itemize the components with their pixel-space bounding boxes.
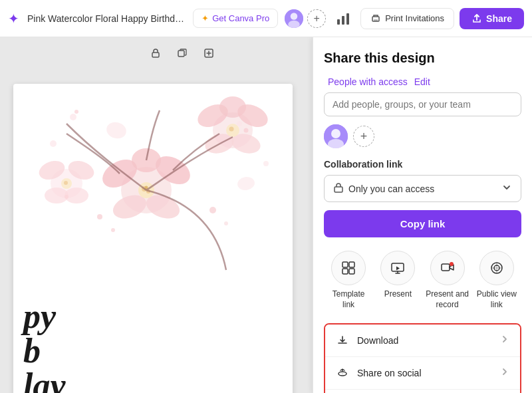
add-collaborator-button[interactable]: + [307, 9, 326, 28]
svg-point-59 [450, 262, 454, 266]
svg-rect-55 [342, 269, 348, 274]
svg-point-38 [237, 121, 242, 126]
svg-point-40 [50, 140, 57, 147]
present-icon [380, 251, 415, 285]
svg-rect-53 [342, 262, 348, 267]
lock-icon [334, 182, 343, 195]
present-label: Present [384, 289, 412, 300]
chevron-right-icon-2 [500, 367, 509, 379]
chevron-right-icon [500, 334, 509, 346]
svg-point-50 [331, 129, 340, 138]
template-link-option[interactable]: Template link [325, 251, 372, 310]
copy-link-button[interactable]: Copy link [324, 210, 521, 237]
svg-point-39 [244, 128, 249, 133]
people-with-access-label: People with access Edit [324, 76, 521, 87]
svg-point-37 [74, 110, 78, 114]
svg-point-1 [291, 13, 298, 20]
share-social-label: Share on social [357, 368, 422, 378]
svg-point-2 [288, 20, 300, 28]
svg-point-47 [104, 120, 128, 141]
svg-rect-3 [337, 19, 340, 25]
present-option[interactable]: Present [374, 251, 421, 300]
edit-access-button[interactable]: Edit [414, 76, 430, 87]
action-list: Download Share on social [324, 323, 521, 393]
svg-point-33 [65, 188, 88, 203]
birthday-text: py b lay [23, 299, 66, 393]
access-row: + [324, 124, 521, 148]
print-invitations-button[interactable]: Print Invitations [360, 8, 454, 29]
duplicate-button[interactable] [172, 43, 193, 64]
svg-point-42 [97, 214, 102, 219]
invite-collaborator-button[interactable]: + [353, 126, 374, 147]
svg-point-46 [65, 195, 68, 199]
svg-rect-54 [349, 262, 354, 267]
share-panel-title: Share this design [324, 51, 521, 66]
svg-point-45 [224, 221, 228, 225]
access-dropdown[interactable]: Only you can access [324, 175, 521, 202]
share-label: Share [486, 13, 512, 24]
collaborators-group: + [283, 8, 326, 29]
user-avatar [283, 8, 305, 29]
svg-point-43 [111, 228, 115, 232]
download-action[interactable]: Download [325, 325, 520, 357]
svg-rect-8 [152, 53, 159, 57]
collaboration-link-label: Collaboration link [324, 159, 521, 170]
get-canva-pro-button[interactable]: ✦ Get Canva Pro [193, 9, 278, 28]
add-page-button[interactable] [198, 43, 219, 64]
share-button[interactable]: Share [460, 8, 524, 29]
svg-point-44 [209, 207, 216, 213]
add-people-input[interactable] [324, 92, 521, 116]
download-icon [336, 334, 349, 347]
svg-rect-58 [442, 264, 450, 271]
svg-point-48 [236, 176, 255, 192]
download-label: Download [357, 335, 398, 346]
public-view-option[interactable]: Public view link [473, 251, 520, 310]
svg-rect-5 [346, 13, 349, 25]
analytics-button[interactable] [331, 7, 355, 31]
svg-rect-9 [178, 51, 184, 57]
app-header: ✦ Pink Watercolor Floral Happy Birthday … [0, 0, 532, 37]
present-record-option[interactable]: Present and record [424, 251, 471, 310]
svg-rect-4 [342, 16, 344, 25]
lock-button[interactable] [145, 43, 166, 64]
share-panel: Share this design People with access Edi… [313, 37, 532, 393]
print-invitations-label: Print Invitations [385, 13, 444, 23]
share-options-row: Template link Present Present and reco [324, 251, 521, 310]
svg-rect-52 [334, 187, 342, 192]
present-record-label: Present and record [424, 289, 471, 310]
public-view-label: Public view link [473, 289, 520, 310]
svg-rect-56 [349, 269, 354, 274]
svg-point-28 [229, 127, 234, 132]
share-social-action[interactable]: Share on social [325, 357, 520, 390]
access-option-text: Only you can access [348, 184, 434, 194]
share-social-icon [336, 366, 349, 380]
svg-rect-7 [374, 19, 378, 21]
document-title: Pink Watercolor Floral Happy Birthday Gr… [27, 13, 188, 24]
canva-logo-icon: ✦ [8, 11, 19, 27]
template-link-label: Template link [325, 289, 372, 310]
chevron-down-icon [502, 183, 511, 194]
svg-point-35 [64, 181, 68, 185]
template-link-icon [331, 251, 366, 285]
card-preview: py b lay [13, 84, 293, 393]
svg-point-41 [263, 161, 269, 166]
svg-point-36 [70, 114, 76, 120]
svg-point-26 [219, 96, 246, 118]
owner-avatar [324, 124, 348, 148]
print-canva-action[interactable]: Print with Canva [325, 390, 520, 393]
public-view-icon [479, 251, 514, 285]
present-record-icon [430, 251, 465, 285]
star-icon: ✦ [201, 13, 209, 23]
